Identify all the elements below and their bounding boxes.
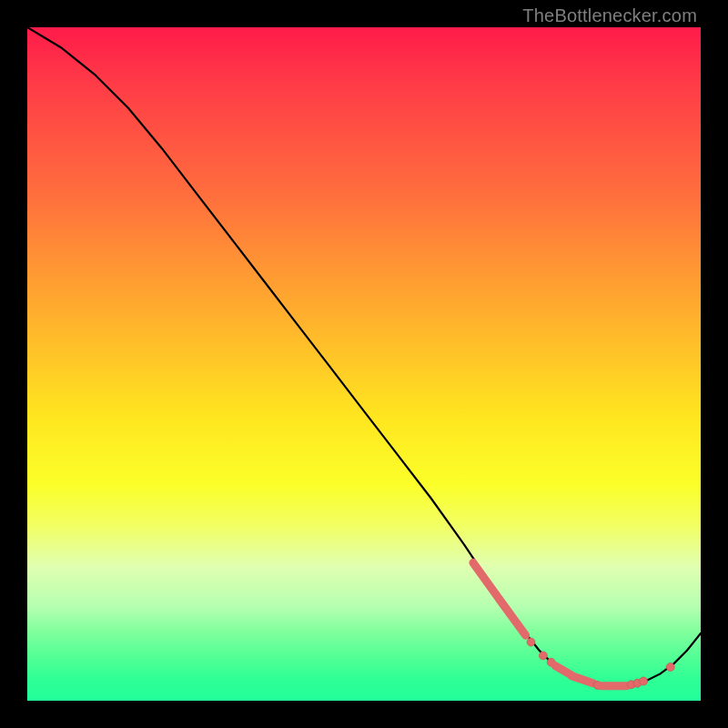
marker-dot bbox=[666, 663, 674, 672]
marker-dash bbox=[499, 599, 526, 636]
plot-area bbox=[27, 27, 701, 701]
marker-dot bbox=[527, 638, 535, 646]
bottleneck-curve bbox=[27, 27, 701, 687]
marker-dot bbox=[539, 652, 547, 660]
chart-frame: TheBottlenecker.com bbox=[0, 0, 728, 728]
marker-dash bbox=[473, 562, 498, 596]
marker-layer bbox=[473, 562, 674, 689]
marker-dash bbox=[571, 676, 593, 683]
marker-dot bbox=[640, 677, 648, 685]
attribution-text: TheBottlenecker.com bbox=[522, 5, 697, 26]
bottleneck-chart-svg bbox=[27, 27, 701, 701]
